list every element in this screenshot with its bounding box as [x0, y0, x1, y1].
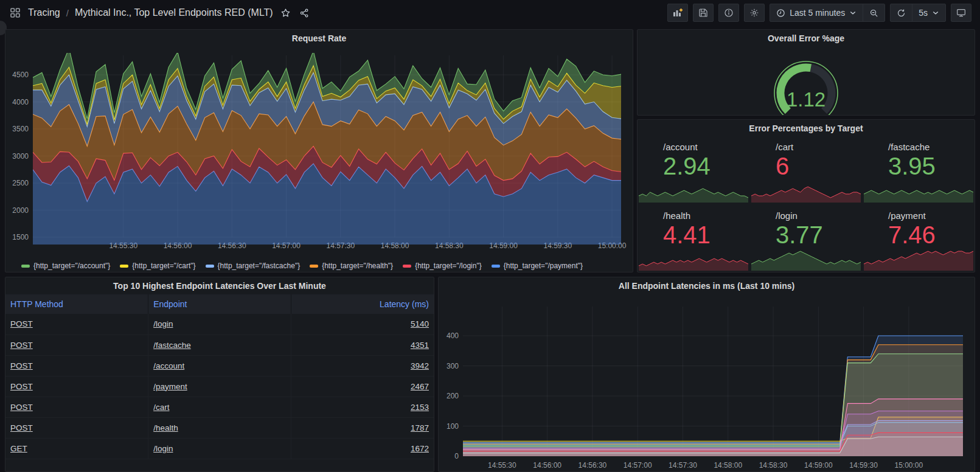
- zoom-out-button[interactable]: [863, 4, 884, 21]
- cell-link[interactable]: /payment: [153, 382, 187, 391]
- stat-value: 3.77: [776, 221, 823, 248]
- cell-link[interactable]: POST: [10, 361, 33, 370]
- cell-link[interactable]: /login: [153, 319, 173, 328]
- stat-label: /fastcache: [888, 142, 930, 152]
- cell-link[interactable]: 4351: [411, 341, 429, 350]
- chevron-down-icon: [932, 9, 939, 16]
- table-cell: POST: [5, 417, 148, 438]
- save-dashboard-button[interactable]: [693, 4, 714, 22]
- cell-link[interactable]: 5140: [411, 319, 429, 328]
- panel-request-rate: Request Rate 150020002500300035004000450…: [5, 29, 633, 272]
- table-cell: 5140: [291, 314, 434, 335]
- time-picker-group: Last 5 minutes: [770, 4, 885, 22]
- table-cell: /login: [148, 314, 291, 335]
- legend-item[interactable]: {http_target="/login"}: [403, 262, 482, 270]
- cell-link[interactable]: POST: [10, 403, 33, 412]
- table-cell: 2153: [291, 397, 434, 417]
- panel-all-latencies: All Endpoint Latencies in ms (Last 10 mi…: [438, 277, 975, 472]
- all-latencies-chart[interactable]: 010020030040014:55:3014:56:0014:56:3014:…: [439, 294, 970, 472]
- table-cell: 1672: [291, 438, 434, 459]
- chevron-down-icon: [849, 9, 857, 16]
- cell-link[interactable]: /health: [153, 423, 178, 432]
- cell-link[interactable]: /fastcache: [153, 341, 191, 350]
- table-cell: /payment: [148, 376, 291, 397]
- apps-icon[interactable]: [9, 6, 22, 19]
- panel-title[interactable]: Error Percentages by Target: [638, 120, 975, 137]
- table-cell: /fastcache: [148, 335, 291, 355]
- stat-sparkline: [751, 248, 861, 271]
- stat-value: 4.41: [663, 221, 711, 248]
- cell-link[interactable]: /cart: [153, 403, 169, 412]
- legend-item[interactable]: {http_target="/account"}: [21, 262, 110, 270]
- legend-label: {http_target="/payment"}: [504, 262, 583, 270]
- legend-swatch: [403, 265, 411, 268]
- y-axis-label: 4000: [12, 98, 29, 106]
- cell-link[interactable]: 2467: [411, 382, 429, 391]
- y-axis-label: 0: [454, 452, 459, 460]
- breadcrumb-root-link[interactable]: Tracing: [28, 7, 60, 18]
- share-icon[interactable]: [298, 7, 311, 19]
- table-cell: 2467: [291, 376, 434, 397]
- refresh-button[interactable]: [891, 4, 912, 21]
- breadcrumb-separator: /: [66, 8, 69, 18]
- clock-icon: [776, 9, 785, 18]
- star-icon[interactable]: [279, 7, 292, 19]
- legend-label: {http_target="/fastcache"}: [218, 262, 301, 270]
- request-rate-chart[interactable]: 150020002500300035004000450014:55:3014:5…: [5, 47, 628, 255]
- column-header-latency-ms-[interactable]: Latency (ms): [291, 294, 434, 314]
- cell-link[interactable]: 1672: [411, 444, 429, 453]
- cell-link[interactable]: POST: [10, 382, 33, 391]
- stat-cell-payment: /payment7.46: [864, 206, 973, 271]
- refresh-group: 5s: [890, 4, 946, 22]
- x-axis-label: 14:59:00: [804, 461, 833, 470]
- table-row: POST/account3942: [5, 355, 434, 376]
- kiosk-mode-button[interactable]: [951, 4, 971, 22]
- cell-link[interactable]: 3942: [411, 361, 429, 370]
- panel-overall-error-gauge: Overall Error %age 1.12: [637, 29, 975, 116]
- cell-link[interactable]: POST: [10, 341, 33, 350]
- panel-title[interactable]: Request Rate: [5, 30, 633, 47]
- table-row: POST/fastcache4351: [5, 335, 434, 355]
- dashboard-settings-button[interactable]: [744, 4, 765, 22]
- cell-link[interactable]: 1787: [411, 423, 429, 432]
- legend-item[interactable]: {http_target="/cart"}: [120, 262, 195, 270]
- cell-link[interactable]: POST: [10, 423, 33, 432]
- y-axis-label: 4500: [12, 71, 29, 79]
- table-cell: POST: [5, 355, 148, 376]
- panel-title[interactable]: All Endpoint Latencies in ms (Last 10 mi…: [439, 277, 975, 294]
- stat-value: 3.95: [888, 153, 936, 179]
- table-cell: 3942: [291, 355, 434, 376]
- panel-insights-button[interactable]: [718, 4, 739, 22]
- legend-swatch: [310, 265, 318, 268]
- table-cell: /cart: [148, 397, 291, 417]
- panel-title[interactable]: Top 10 Highest Endpoint Latencies Over L…: [5, 277, 434, 294]
- legend-item[interactable]: {http_target="/health"}: [310, 262, 393, 270]
- cell-link[interactable]: GET: [10, 444, 27, 453]
- stat-cell-fastcache: /fastcache3.95: [864, 137, 973, 203]
- column-header-http-method[interactable]: HTTP Method: [5, 294, 148, 314]
- stat-label: /payment: [888, 210, 926, 221]
- y-axis-label: 200: [447, 392, 459, 400]
- stat-sparkline: [864, 248, 973, 271]
- column-header-endpoint[interactable]: Endpoint: [148, 294, 291, 314]
- stacked-areas: [33, 48, 621, 255]
- cell-link[interactable]: 2153: [411, 403, 429, 412]
- legend-item[interactable]: {http_target="/payment"}: [492, 262, 583, 270]
- refresh-interval-picker[interactable]: 5s: [912, 4, 945, 21]
- legend-item[interactable]: {http_target="/fastcache"}: [206, 262, 301, 270]
- stat-sparkline: [751, 180, 861, 203]
- add-panel-button[interactable]: [667, 4, 688, 22]
- legend-label: {http_target="/account"}: [33, 262, 110, 270]
- panel-title[interactable]: Overall Error %age: [638, 30, 975, 47]
- cell-link[interactable]: /login: [153, 444, 173, 453]
- x-axis-label: 14:56:30: [579, 461, 607, 470]
- panel-latency-table: Top 10 Highest Endpoint Latencies Over L…: [5, 277, 434, 472]
- x-axis-label: 14:56:00: [533, 461, 561, 470]
- time-range-picker[interactable]: Last 5 minutes: [770, 4, 863, 21]
- x-axis-label: 14:55:30: [488, 461, 516, 470]
- y-axis-label: 1500: [12, 233, 29, 241]
- cell-link[interactable]: /account: [153, 361, 184, 370]
- x-axis-label: 15:00:00: [895, 461, 923, 470]
- cell-link[interactable]: POST: [10, 319, 33, 328]
- table-row: POST/cart2153: [5, 397, 434, 417]
